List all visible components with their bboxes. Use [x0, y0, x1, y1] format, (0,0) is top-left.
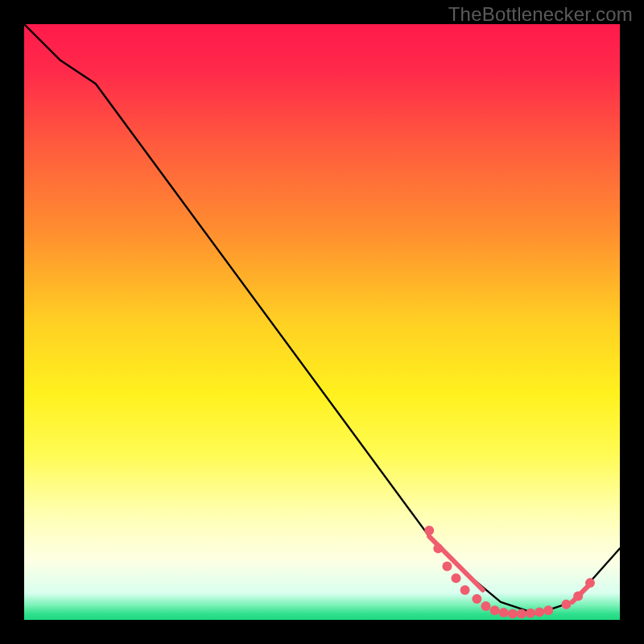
data-marker [452, 573, 461, 583]
data-marker [585, 578, 595, 588]
data-marker [433, 543, 443, 553]
data-marker [573, 591, 583, 601]
watermark-text: TheBottlenecker.com [448, 3, 633, 26]
data-marker [535, 607, 544, 617]
data-marker [543, 605, 553, 615]
data-marker [499, 608, 509, 617]
data-marker [508, 609, 518, 619]
data-marker [472, 594, 481, 604]
data-marker [561, 600, 571, 609]
chart-frame: TheBottlenecker.com [0, 0, 644, 644]
data-marker [424, 526, 434, 535]
data-marker [517, 609, 526, 619]
data-marker [460, 585, 470, 595]
data-marker [490, 605, 500, 615]
gradient-background [24, 24, 620, 620]
chart-plot [24, 24, 620, 620]
data-marker [526, 609, 535, 618]
data-marker [442, 561, 452, 571]
chart-svg [24, 24, 620, 620]
data-marker [481, 601, 491, 611]
